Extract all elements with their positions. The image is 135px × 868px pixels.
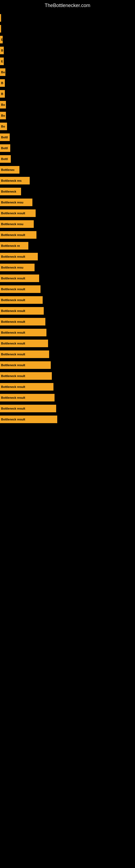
bar-label: Bottleneck result <box>1 407 25 410</box>
bar-item: Bottleneck result <box>0 405 56 412</box>
bar-row: Bottleneck result <box>0 338 135 349</box>
bar-item: B <box>0 46 4 54</box>
bar-item: Bottleneck resu <box>0 220 34 228</box>
bar-label: Bottleneck result <box>1 396 25 399</box>
bar-label: B <box>1 49 3 52</box>
bar-label: Bottleneck result <box>1 233 25 237</box>
bar-label: Bo <box>1 114 5 117</box>
bar-row: Bo <box>0 99 135 110</box>
bar-item: Bottleneck result <box>0 394 54 401</box>
bar-item: Bottleneck res <box>0 177 30 184</box>
bar-row: Bo <box>0 110 135 121</box>
bar-row: Bottleneck result <box>0 327 135 338</box>
bar-item: Bottleneck result <box>0 340 48 347</box>
bar-item: Bo <box>0 68 5 76</box>
bar-item: B <box>0 79 5 87</box>
bar-item: Bo <box>0 123 7 130</box>
bar-row: B <box>0 88 135 99</box>
bar-item <box>0 14 1 22</box>
bar-label: Bottleneck result <box>1 287 25 291</box>
bar-row: Bottleneck result <box>0 392 135 403</box>
bar-label: Bottleneck result <box>1 277 25 280</box>
bar-row: Bottleneck result <box>0 381 135 392</box>
bar-item: Bottleneck result <box>0 253 38 260</box>
bar-row: Bottleneck result <box>0 208 135 219</box>
bar-row: Bottleneck resu <box>0 262 135 273</box>
bar-label: Bottleneck result <box>1 352 25 356</box>
bar-row: Bottleneck resu <box>0 197 135 208</box>
bar-item: Bottleneck result <box>0 383 53 391</box>
bar-item: Bottleneck resu <box>0 198 32 206</box>
bar-item: E <box>0 36 3 43</box>
bar-row: Bottleneck resu <box>0 219 135 229</box>
bar-row: Bottleneck result <box>0 316 135 327</box>
bar-label: Bottleneck res <box>1 179 21 182</box>
bar-row: Bottleneck result <box>0 294 135 305</box>
bar-label: Bottl <box>1 147 8 150</box>
bar-row: Bottleneck result <box>0 360 135 371</box>
bar-item: Bottleneck result <box>0 285 41 293</box>
bar-label: Bottl <box>1 157 8 161</box>
bar-item: E <box>0 58 4 65</box>
bar-label: Bottleneck result <box>1 255 25 258</box>
bar-item: Bottlenec <box>0 166 19 174</box>
bar-label: Bottleneck result <box>1 309 25 312</box>
bar-item: Bottl <box>0 133 10 141</box>
bar-item: Bottl <box>0 144 10 152</box>
bar-item: Bo <box>0 112 6 119</box>
bar-item <box>0 25 1 33</box>
bar-row: E <box>0 34 135 45</box>
bar-row: Bo <box>0 67 135 78</box>
bar-item: Bottleneck re <box>0 242 28 250</box>
bar-item: Bottleneck result <box>0 296 43 304</box>
bar-item: Bottleneck <box>0 188 21 195</box>
bar-item: Bottleneck resu <box>0 264 35 271</box>
bar-label: Bottleneck result <box>1 342 25 345</box>
bar-item: Bo <box>0 101 6 108</box>
bar-item: Bottleneck result <box>0 415 57 423</box>
bar-label: Bottleneck resu <box>1 201 24 204</box>
bar-row: Bottl <box>0 154 135 164</box>
bar-row: E <box>0 56 135 67</box>
bar-label: Bottleneck result <box>1 418 25 421</box>
bar-label: Bottleneck resu <box>1 222 24 226</box>
bar-item: Bottleneck result <box>0 231 37 239</box>
bars-container: EBEBoBBBoBoBoBottlBottlBottlBottlenecBot… <box>0 10 135 428</box>
bar-row: Bottlenec <box>0 164 135 175</box>
bar-row: Bottleneck res <box>0 175 135 186</box>
bar-row: Bottleneck result <box>0 305 135 316</box>
bar-label: Bottleneck result <box>1 385 25 389</box>
bar-label: Bottleneck result <box>1 320 25 323</box>
bar-label: Bo <box>1 125 5 128</box>
site-title: TheBottlenecker.com <box>0 0 135 10</box>
bar-row: Bottleneck result <box>0 349 135 360</box>
bar-label: E <box>1 60 3 63</box>
bar-row: Bottl <box>0 143 135 154</box>
bar-row: Bo <box>0 121 135 132</box>
bar-item: Bottleneck result <box>0 275 39 282</box>
bar-item: Bottleneck result <box>0 307 44 315</box>
bar-row: B <box>0 78 135 88</box>
bar-label: Bo <box>1 103 5 106</box>
bar-label: Bottleneck result <box>1 364 25 367</box>
bar-item: Bottleneck result <box>0 318 45 326</box>
bar-label: B <box>1 92 3 95</box>
bar-label: Bottleneck re <box>1 244 20 247</box>
bar-row: Bottleneck result <box>0 414 135 425</box>
bar-row <box>0 23 135 34</box>
bar-label: Bottleneck resu <box>1 266 24 269</box>
bar-label: Bo <box>1 70 5 74</box>
bar-item: Bottleneck result <box>0 209 36 217</box>
bar-row: Bottl <box>0 132 135 143</box>
bar-item: B <box>0 90 5 98</box>
bar-row <box>0 12 135 23</box>
bar-row: B <box>0 45 135 56</box>
bar-label: B <box>1 82 3 85</box>
bar-label: E <box>1 38 3 41</box>
bar-row: Bottleneck result <box>0 284 135 294</box>
bar-item: Bottleneck result <box>0 329 46 336</box>
bar-row: Bottleneck result <box>0 229 135 240</box>
bar-label: Bottleneck result <box>1 331 25 334</box>
bar-item: Bottleneck result <box>0 372 52 380</box>
bar-item: Bottleneck result <box>0 350 49 358</box>
